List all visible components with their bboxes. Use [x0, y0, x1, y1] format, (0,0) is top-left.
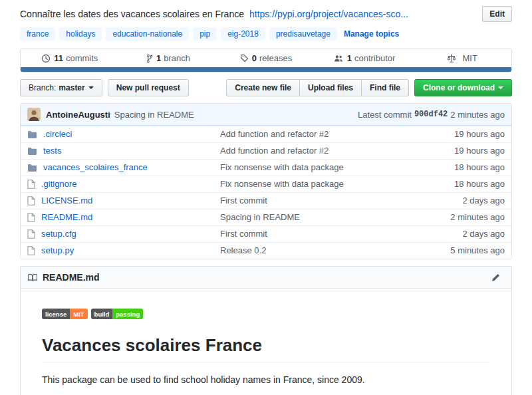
badges-row: license MIT build passing	[42, 309, 490, 319]
commit-message-link[interactable]: First commit	[220, 196, 267, 205]
topics-row: france holidays education-nationale pip …	[20, 27, 512, 41]
new-pull-request-button[interactable]: New pull request	[108, 79, 189, 96]
file-actions-group: Create new file Upload files Find file	[226, 79, 409, 96]
commits-count: 11	[54, 53, 63, 63]
contributors-count: 1	[347, 53, 352, 63]
file-name-link[interactable]: vacances_scolaires_france	[43, 162, 148, 173]
file-name-link[interactable]: setup.py	[41, 245, 74, 256]
table-row: setup.cfg First commit 2 days ago	[21, 225, 511, 242]
manage-topics-link[interactable]: Manage topics	[344, 29, 399, 39]
license-label: MIT	[462, 53, 477, 63]
file-name-link[interactable]: LICENSE.md	[41, 196, 92, 206]
file-icon	[27, 213, 35, 222]
releases-count: 0	[252, 53, 257, 63]
topic-tag[interactable]: pip	[193, 27, 217, 41]
create-new-file-button[interactable]: Create new file	[226, 79, 300, 96]
clone-label: Clone or download	[423, 82, 495, 93]
branches-label: branch	[164, 53, 190, 63]
build-badge[interactable]: build passing	[91, 309, 144, 319]
file-name-link[interactable]: README.md	[41, 212, 92, 223]
readme-section: README.md license MIT build passing Vaca…	[20, 266, 512, 395]
git-branch-icon	[146, 54, 153, 63]
commit-message-link[interactable]: Fix nonsense with data package	[220, 162, 344, 172]
commit-author-link[interactable]: AntoineAugusti	[46, 110, 110, 120]
license-badge[interactable]: license MIT	[42, 309, 88, 319]
commit-age: 2 days ago	[418, 196, 505, 206]
commit-message-link[interactable]: First commit	[220, 229, 267, 239]
branch-selector[interactable]: Branch: master	[20, 79, 102, 96]
repo-homepage-link[interactable]: https://pypi.org/project/vacances-sco...	[249, 9, 408, 19]
language-bar[interactable]	[21, 67, 511, 72]
license-badge-label: license	[42, 309, 70, 319]
history-icon	[41, 54, 51, 63]
releases-label: releases	[259, 53, 292, 63]
chevron-down-icon	[88, 86, 94, 89]
latest-commit-label: Latest commit	[358, 110, 412, 120]
topic-tag[interactable]: holidays	[59, 27, 102, 41]
commit-age: 19 hours ago	[418, 146, 505, 156]
table-row: LICENSE.md First commit 2 days ago	[21, 192, 511, 209]
commit-message-link[interactable]: Spacing in README	[220, 212, 300, 222]
edit-button[interactable]: Edit	[482, 6, 512, 22]
commit-message-link[interactable]: Add function and refactor #2	[220, 146, 329, 156]
repo-summary-box: 11 commits 1 branch 0 releases 1 contrib…	[20, 49, 512, 72]
table-row: setup.py Release 0.2 5 minutes ago	[21, 242, 511, 259]
commit-message-link[interactable]: Fix nonsense with data package	[220, 179, 344, 189]
branches-stat[interactable]: 1 branch	[119, 49, 217, 67]
commit-message-link[interactable]: Add function and refactor #2	[220, 129, 329, 139]
folder-icon	[27, 130, 37, 139]
file-icon	[27, 196, 35, 205]
license-badge-value: MIT	[70, 309, 87, 319]
commit-time: 2 minutes ago	[450, 110, 505, 120]
file-table: AntoineAugusti Spacing in README Latest …	[20, 103, 512, 259]
actions-row: Branch: master New pull request Create n…	[20, 79, 512, 96]
commits-label: commits	[66, 53, 98, 63]
repo-description-row: Connaître les dates des vacances scolair…	[20, 0, 512, 22]
book-icon	[27, 273, 38, 282]
commit-sha-link[interactable]: 900df42	[414, 110, 448, 119]
clone-or-download-button[interactable]: Clone or download	[414, 79, 512, 96]
releases-stat[interactable]: 0 releases	[217, 49, 315, 67]
readme-body: license MIT build passing Vacances scola…	[21, 289, 511, 395]
find-file-button[interactable]: Find file	[361, 79, 409, 96]
file-icon	[27, 246, 35, 255]
people-icon	[333, 54, 344, 63]
upload-files-button[interactable]: Upload files	[299, 79, 362, 96]
commit-age: 18 hours ago	[418, 179, 505, 190]
file-icon	[27, 229, 35, 239]
commit-age: 2 days ago	[418, 229, 505, 239]
table-row: README.md Spacing in README 2 minutes ag…	[21, 209, 511, 225]
latest-commit-header: AntoineAugusti Spacing in README Latest …	[21, 104, 511, 126]
topic-tag[interactable]: eig-2018	[221, 27, 265, 41]
topic-tag[interactable]: france	[20, 27, 55, 41]
readme-filename: README.md	[43, 272, 100, 283]
file-name-link[interactable]: .circleci	[43, 129, 72, 140]
stats-row: 11 commits 1 branch 0 releases 1 contrib…	[21, 49, 511, 67]
pencil-icon[interactable]	[491, 273, 500, 282]
branch-name: master	[59, 82, 84, 93]
avatar[interactable]	[27, 108, 41, 121]
contributors-label: contributor	[354, 53, 395, 63]
commit-age: 5 minutes ago	[418, 245, 505, 256]
commit-message-link[interactable]: Release 0.2	[220, 245, 266, 255]
commit-message-link[interactable]: Spacing in README	[114, 110, 194, 120]
file-name-link[interactable]: setup.cfg	[41, 229, 76, 239]
file-name-link[interactable]: .gitignore	[41, 179, 76, 190]
folder-icon	[27, 147, 37, 156]
file-icon	[27, 180, 35, 189]
tag-icon	[240, 54, 249, 63]
table-row: tests Add function and refactor #2 19 ho…	[21, 142, 511, 159]
file-name-link[interactable]: tests	[43, 146, 61, 156]
contributors-stat[interactable]: 1 contributor	[315, 49, 414, 67]
folder-icon	[27, 164, 37, 172]
table-row: .circleci Add function and refactor #2 1…	[21, 126, 511, 142]
topic-tag[interactable]: predisauvetage	[269, 27, 337, 41]
law-icon	[447, 54, 456, 63]
build-badge-value: passing	[112, 309, 143, 319]
license-stat[interactable]: MIT	[413, 49, 511, 67]
commits-stat[interactable]: 11 commits	[21, 49, 119, 67]
table-row: .gitignore Fix nonsense with data packag…	[21, 176, 511, 192]
topic-tag[interactable]: education-nationale	[106, 27, 189, 41]
table-row: vacances_scolaires_france Fix nonsense w…	[21, 159, 511, 176]
branches-count: 1	[156, 53, 161, 63]
